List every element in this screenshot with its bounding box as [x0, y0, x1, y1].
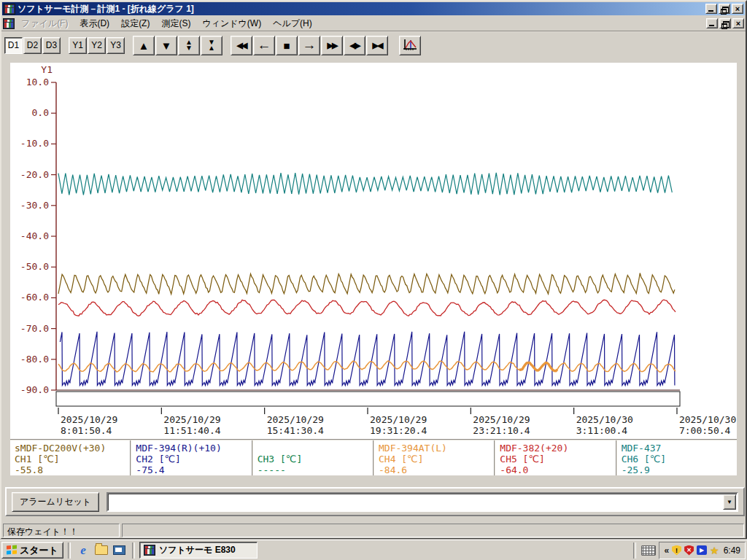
legend-ch1-sensor-name: sMDF-DC200V(+30): [15, 443, 130, 454]
legend-ch6-value: -25.9: [622, 464, 737, 475]
tray-collapse-chevron-icon[interactable]: «: [664, 546, 669, 555]
fast-forward-button[interactable]: ▶▶: [321, 36, 343, 55]
security-alert-icon[interactable]: ✕: [684, 545, 694, 556]
svg-text:23:21:10.4: 23:21:10.4: [473, 425, 530, 436]
svg-text:3:11:00.4: 3:11:00.4: [576, 425, 628, 436]
svg-text:-70.0: -70.0: [20, 323, 49, 334]
child-minimize-button[interactable]: [706, 18, 718, 28]
security-warning-icon[interactable]: !: [672, 545, 681, 556]
dataset-d1-button[interactable]: D1: [4, 37, 23, 54]
legend-ch4: MDF-394AT(L)CH4 [℃]-84.6: [373, 440, 494, 475]
favorites-star-icon[interactable]: ★: [710, 545, 719, 556]
legend-ch6-sensor-name: MDF-437: [622, 443, 737, 454]
range-indicator[interactable]: [56, 392, 680, 406]
windows-logo-icon: [7, 545, 17, 556]
tray-clock: 6:49: [722, 545, 740, 556]
scroll-right-button[interactable]: →: [298, 36, 320, 55]
window-title: ソフトサーモ計測－計測1 - [折れ線グラフ 1]: [18, 2, 703, 15]
taskbar: スタート e ソフトサーモ E830 « ! ✕ ▶ ★ 6:49: [0, 540, 747, 560]
svg-text:2025/10/29: 2025/10/29: [267, 414, 324, 425]
close-button[interactable]: ×: [732, 4, 743, 14]
graph-settings-button[interactable]: [399, 36, 421, 55]
channel-legend: sMDF-DC200V(+30)CH1 [℃]-55.8MDF-394(R)(+…: [10, 439, 737, 475]
restore-button[interactable]: [719, 4, 730, 14]
combobox-dropdown-button[interactable]: ▼: [723, 494, 736, 510]
trace-ch1: [58, 273, 675, 295]
dataset-d2-button[interactable]: D2: [23, 37, 42, 54]
media-play-icon[interactable]: ▶: [697, 545, 707, 555]
desktop: ソフトサーモ計測－計測1 - [折れ線グラフ 1] × ファイル(F)表示(D)…: [0, 0, 747, 560]
svg-text:-50.0: -50.0: [20, 261, 49, 272]
show-desktop-icon[interactable]: [112, 542, 128, 559]
folder-icon[interactable]: [93, 542, 109, 559]
legend-ch2-channel-label: CH2 [℃]: [136, 454, 251, 464]
child-close-button[interactable]: ×: [732, 18, 744, 28]
svg-text:7:00:50.4: 7:00:50.4: [679, 425, 731, 436]
svg-text:2025/10/29: 2025/10/29: [473, 414, 530, 425]
legend-ch1-value: -55.8: [15, 464, 130, 475]
app-icon[interactable]: [4, 4, 15, 15]
expand-horizontal-button[interactable]: ◀▶: [344, 36, 365, 55]
svg-text:2025/10/29: 2025/10/29: [163, 414, 220, 425]
client-area: Y110.00.0-10.0-20.0-30.0-40.0-50.0-60.0-…: [1, 55, 746, 538]
svg-text:2025/10/30: 2025/10/30: [576, 414, 633, 425]
svg-text:15:41:30.4: 15:41:30.4: [267, 425, 324, 436]
alarm-combobox[interactable]: ▼: [107, 492, 738, 512]
menu-help[interactable]: ヘルプ(H): [267, 16, 318, 31]
legend-ch4-sensor-name: MDF-394AT(L): [379, 443, 494, 454]
taskbar-separator: [68, 542, 71, 559]
trace-ch6: [58, 173, 672, 195]
legend-ch3-sensor-name: [258, 443, 373, 454]
app-window: ソフトサーモ計測－計測1 - [折れ線グラフ 1] × ファイル(F)表示(D)…: [0, 0, 747, 540]
internet-explorer-icon[interactable]: e: [75, 542, 91, 559]
scroll-up-button[interactable]: ▲: [133, 36, 155, 55]
trace-ch4-bold-segment: [519, 362, 557, 370]
legend-ch4-value: -84.6: [379, 464, 494, 475]
legend-ch5-value: -64.0: [500, 464, 615, 475]
menu-measure[interactable]: 測定(S): [155, 16, 196, 31]
axis-y3-button[interactable]: Y3: [107, 37, 125, 54]
svg-text:0.0: 0.0: [32, 107, 49, 118]
legend-ch2-value: -75.4: [136, 464, 251, 475]
taskbar-app-button[interactable]: ソフトサーモ E830: [139, 542, 258, 559]
child-restore-button[interactable]: [719, 18, 731, 28]
keyboard-layout-icon[interactable]: [641, 545, 656, 556]
taskbar-separator: [132, 542, 135, 559]
scroll-left-button[interactable]: ←: [253, 36, 275, 55]
start-button[interactable]: スタート: [1, 542, 63, 559]
svg-text:-60.0: -60.0: [20, 292, 49, 303]
axis-y1-button[interactable]: Y1: [69, 37, 87, 54]
alarm-panel: アラームリセット ▼: [5, 487, 745, 516]
trace-ch5: [58, 300, 676, 316]
legend-ch5-sensor-name: MDF-382(+20): [500, 443, 615, 454]
svg-text:19:31:20.4: 19:31:20.4: [370, 425, 427, 436]
svg-text:-90.0: -90.0: [20, 384, 49, 395]
alarm-reset-button[interactable]: アラームリセット: [12, 492, 99, 512]
menu-window[interactable]: ウィンドウ(W): [196, 16, 267, 31]
trace-ch4: [58, 361, 676, 372]
dataset-d3-button[interactable]: D3: [42, 37, 61, 54]
menu-file: ファイル(F): [15, 16, 74, 31]
legend-ch5: MDF-382(+20)CH5 [℃]-64.0: [494, 440, 615, 475]
legend-ch6: MDF-437CH6 [℃]-25.9: [616, 440, 737, 475]
fast-rewind-button[interactable]: ◀◀: [231, 36, 252, 55]
scroll-down-button[interactable]: ▼: [155, 36, 177, 55]
statusbar: 保存ウェイト！！: [2, 522, 745, 539]
menu-settings[interactable]: 設定(Z): [115, 16, 155, 31]
compress-horizontal-button[interactable]: ▶◀: [366, 36, 388, 55]
minimize-button[interactable]: [705, 4, 717, 14]
taskbar-separator: [633, 542, 636, 559]
app-icon: [144, 545, 155, 556]
child-system-menu-icon[interactable]: [3, 18, 15, 29]
stop-button[interactable]: ■: [276, 36, 298, 55]
svg-text:10.0: 10.0: [26, 77, 49, 88]
menu-view[interactable]: 表示(D): [74, 16, 115, 31]
svg-text:11:51:40.4: 11:51:40.4: [163, 425, 220, 436]
legend-ch4-channel-label: CH4 [℃]: [379, 454, 494, 464]
axis-y2-button[interactable]: Y2: [88, 37, 106, 54]
legend-ch2: MDF-394(R)(+10)CH2 [℃]-75.4: [130, 440, 251, 475]
expand-vertical-button[interactable]: ▲▼: [178, 36, 200, 55]
start-button-label: スタート: [20, 544, 58, 557]
graph-icon: [403, 39, 417, 52]
compress-vertical-button[interactable]: ▼▲: [201, 36, 222, 55]
